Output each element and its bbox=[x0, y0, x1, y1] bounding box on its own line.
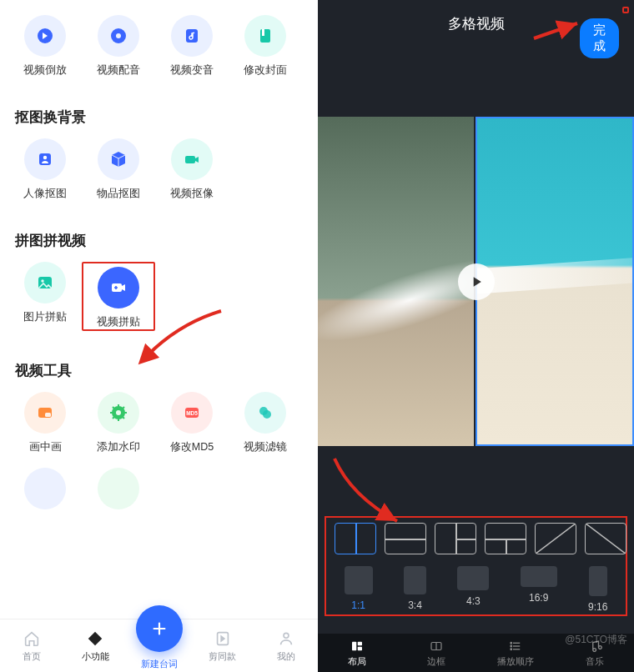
tool-label: 添加水印 bbox=[97, 440, 140, 454]
gear-icon bbox=[98, 392, 139, 434]
aspect-ratio-row: 1:1 3:4 4:3 16:9 9:16 bbox=[330, 566, 622, 613]
tool-label: 画中画 bbox=[29, 440, 62, 454]
play-icon bbox=[468, 273, 485, 290]
tab-layout[interactable]: 布局 bbox=[318, 634, 397, 672]
tool-object-cutout[interactable]: 物品抠图 bbox=[82, 138, 155, 201]
tool-portrait-cutout[interactable]: 人像抠图 bbox=[8, 138, 82, 201]
tool-image-collage[interactable]: 图片拼贴 bbox=[8, 262, 82, 331]
svg-rect-8 bbox=[185, 156, 195, 163]
ratio-4-3[interactable]: 4:3 bbox=[457, 566, 489, 613]
partial-icon bbox=[98, 468, 139, 509]
tab-label: 边框 bbox=[427, 655, 445, 668]
done-highlight-box: 完成 bbox=[622, 7, 629, 13]
bottom-nav: 首页 小功能 新建台词 剪同款 我的 bbox=[0, 619, 318, 672]
section-title-cutout: 抠图换背景 bbox=[15, 108, 318, 127]
layout-top-2bottom[interactable] bbox=[485, 523, 526, 554]
tool-voice-change[interactable]: 视频变音 bbox=[155, 15, 229, 78]
border-icon bbox=[429, 639, 444, 654]
ratio-16-9[interactable]: 16:9 bbox=[521, 566, 557, 613]
preview-pane-left[interactable] bbox=[318, 117, 476, 446]
svg-point-21 bbox=[284, 633, 289, 638]
pip-icon bbox=[24, 392, 66, 434]
top-tools-row: 视频倒放 视频配音 视频变音 修改封面 bbox=[0, 15, 318, 89]
tool-label: 视频配音 bbox=[97, 63, 140, 78]
ratio-9-16[interactable]: 9:16 bbox=[588, 566, 607, 613]
preview-pane-right[interactable] bbox=[476, 117, 635, 446]
done-button[interactable]: 完成 bbox=[580, 18, 619, 58]
home-icon bbox=[23, 629, 41, 648]
tools-row: 画中画 添加水印 MD5 修改MD5 视频滤镜 bbox=[0, 392, 318, 466]
svg-rect-24 bbox=[352, 641, 356, 650]
diamond-icon bbox=[86, 629, 104, 648]
tool-label: 视频拼贴 bbox=[97, 315, 140, 329]
nav-cut-same[interactable]: 剪同款 bbox=[191, 629, 254, 663]
filter-icon bbox=[244, 392, 286, 434]
svg-rect-25 bbox=[358, 641, 362, 645]
tool-watermark[interactable]: 添加水印 bbox=[82, 392, 155, 454]
tool-label: 视频变音 bbox=[170, 63, 214, 78]
tab-label: 播放顺序 bbox=[497, 655, 534, 668]
tool-edit-cover[interactable]: 修改封面 bbox=[229, 15, 302, 78]
layout-2col[interactable] bbox=[335, 523, 376, 554]
partial-row bbox=[0, 468, 318, 528]
fab-plus-icon bbox=[136, 605, 183, 652]
tool-partial-1[interactable] bbox=[8, 468, 82, 516]
video-plus-icon bbox=[98, 267, 139, 308]
image-icon bbox=[24, 262, 66, 303]
tab-play-order[interactable]: 播放顺序 bbox=[476, 634, 556, 672]
svg-point-10 bbox=[41, 279, 43, 282]
tool-md5[interactable]: MD5 修改MD5 bbox=[155, 392, 229, 454]
bookmark-icon bbox=[244, 15, 286, 57]
svg-point-7 bbox=[43, 156, 47, 159]
nav-home[interactable]: 首页 bbox=[0, 629, 63, 663]
tool-video-matting[interactable]: 视频抠像 bbox=[155, 138, 229, 201]
nav-create[interactable]: 新建台词 bbox=[127, 622, 190, 670]
tool-video-collage[interactable]: 视频拼贴 bbox=[82, 262, 155, 331]
ratio-label: 1:1 bbox=[351, 599, 365, 611]
tool-label: 视频滤镜 bbox=[244, 440, 287, 454]
layout-left-2right[interactable] bbox=[435, 523, 476, 554]
list-icon bbox=[508, 639, 523, 654]
disc-icon bbox=[98, 15, 139, 57]
cutout-row: 人像抠图 物品抠图 视频抠像 bbox=[0, 138, 318, 213]
svg-point-19 bbox=[263, 410, 271, 419]
layout-2row[interactable] bbox=[385, 523, 426, 554]
svg-point-15 bbox=[116, 410, 121, 415]
layout-diag-2[interactable] bbox=[585, 523, 626, 554]
nav-label: 新建台词 bbox=[141, 658, 178, 670]
ratio-label: 4:3 bbox=[466, 595, 481, 607]
person-icon bbox=[24, 138, 66, 180]
play-button[interactable] bbox=[458, 263, 495, 300]
tool-label: 修改MD5 bbox=[170, 440, 214, 454]
reverse-icon bbox=[24, 15, 66, 57]
editor-title: 多格视频 bbox=[448, 14, 505, 33]
left-phone-screen: 视频倒放 视频配音 视频变音 修改封面 抠图换背景 人像抠图 物品抠图 视频抠像 bbox=[0, 0, 318, 672]
ratio-1-1[interactable]: 1:1 bbox=[345, 566, 373, 613]
svg-rect-5 bbox=[262, 29, 264, 36]
nav-functions[interactable]: 小功能 bbox=[63, 629, 127, 663]
tool-partial-2[interactable] bbox=[82, 468, 155, 516]
nav-label: 剪同款 bbox=[209, 650, 236, 663]
layout-panel: 1:1 3:4 4:3 16:9 9:16 bbox=[325, 516, 627, 616]
tool-video-dub[interactable]: 视频配音 bbox=[82, 15, 155, 78]
video-preview[interactable] bbox=[318, 117, 634, 446]
ratio-3-4[interactable]: 3:4 bbox=[404, 566, 426, 613]
watermark-text: @51CTO博客 bbox=[565, 633, 627, 647]
section-title-tools: 视频工具 bbox=[15, 361, 318, 380]
tool-label: 物品抠图 bbox=[97, 187, 140, 201]
tool-pip[interactable]: 画中画 bbox=[8, 392, 82, 454]
tool-label: 修改封面 bbox=[244, 63, 287, 78]
tool-filter[interactable]: 视频滤镜 bbox=[229, 392, 302, 454]
nav-mine[interactable]: 我的 bbox=[254, 629, 318, 663]
layout-templates-row bbox=[330, 523, 622, 554]
tab-border[interactable]: 边框 bbox=[397, 634, 476, 672]
layout-diag-1[interactable] bbox=[535, 523, 576, 554]
svg-point-2 bbox=[116, 33, 121, 38]
svg-line-23 bbox=[586, 524, 625, 554]
tool-reverse-video[interactable]: 视频倒放 bbox=[8, 15, 82, 78]
tab-label: 音乐 bbox=[586, 655, 604, 668]
tool-label: 图片拼贴 bbox=[23, 310, 67, 324]
camera-icon bbox=[171, 138, 213, 180]
ratio-label: 16:9 bbox=[529, 592, 548, 604]
tool-label: 视频抠像 bbox=[170, 187, 214, 201]
